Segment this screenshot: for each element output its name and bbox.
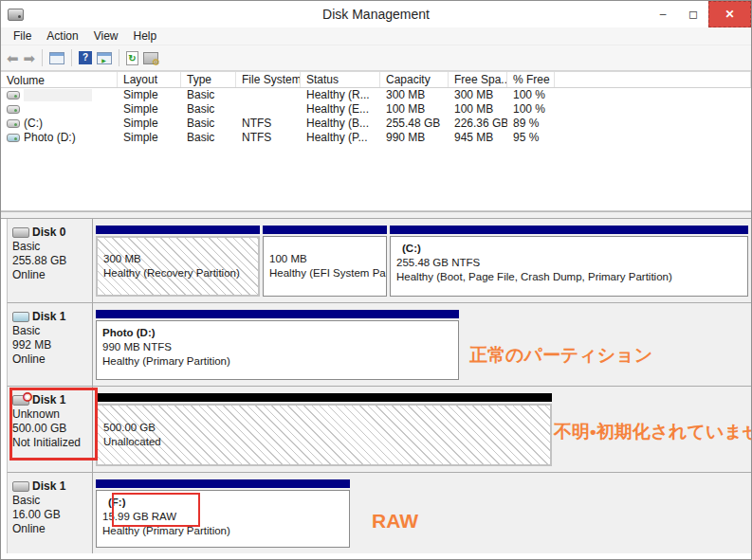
disk-graph-pane: Disk 0 Basic 255.88 GB Online 300 MB Hea… bbox=[1, 219, 751, 554]
partition-recovery[interactable]: 300 MB Healthy (Recovery Partition) bbox=[96, 226, 260, 297]
cell-layout: Simple bbox=[118, 131, 181, 145]
partition-size: 100 MB bbox=[269, 252, 386, 266]
forward-arrow-icon[interactable]: ➡ bbox=[24, 51, 36, 65]
cell-type: Basic bbox=[181, 131, 236, 145]
cell-pct: 89 % bbox=[507, 117, 555, 131]
disk-properties-icon[interactable] bbox=[143, 52, 158, 64]
table-row[interactable]: Photo (D:) Simple Basic NTFS Healthy (P.… bbox=[1, 131, 751, 145]
unallocated-color-bar bbox=[96, 393, 552, 402]
disk-name: Disk 0 bbox=[32, 226, 65, 240]
partition-size: 990 MB NTFS bbox=[102, 340, 458, 354]
title-bar: Disk Management – ◻ ✕ bbox=[1, 1, 751, 27]
console-view-icon[interactable] bbox=[97, 52, 112, 64]
partition-name: Photo (D:) bbox=[102, 326, 458, 340]
toolbar: ⬅ ➡ ? bbox=[1, 45, 751, 71]
disk-group-2: ◉Disk 1 Unknown 500.00 GB Not Initialize… bbox=[7, 387, 751, 473]
cell-pct: 100 % bbox=[507, 88, 555, 102]
disk-icon bbox=[12, 312, 29, 322]
volume-list: Volume Layout Type File System Status Ca… bbox=[1, 71, 751, 211]
table-row[interactable]: Simple Basic Healthy (R... 300 MB 300 MB… bbox=[1, 88, 751, 102]
cell-type: Basic bbox=[181, 117, 236, 131]
cell-volume: Photo (D:) bbox=[24, 131, 76, 145]
disk-icon bbox=[12, 481, 29, 492]
volume-name-placeholder bbox=[24, 89, 92, 101]
partition-status: Unallocated bbox=[103, 435, 550, 449]
menu-action[interactable]: Action bbox=[39, 29, 85, 43]
drive-icon bbox=[7, 105, 20, 114]
col-capacity[interactable]: Capacity bbox=[380, 72, 449, 87]
back-arrow-icon[interactable]: ⬅ bbox=[7, 51, 19, 65]
partition-size: 255.48 GB NTFS bbox=[396, 256, 747, 270]
partition-size: 15.99 GB RAW bbox=[102, 510, 349, 524]
disk-state: Online bbox=[12, 268, 88, 282]
partition-efi[interactable]: 100 MB Healthy (EFI System Partition) bbox=[263, 226, 387, 297]
pane-splitter[interactable] bbox=[1, 211, 751, 219]
toolbar-separator bbox=[71, 49, 72, 66]
partition-unallocated[interactable]: 500.00 GB Unallocated bbox=[96, 393, 552, 466]
cell-free: 300 MB bbox=[449, 88, 507, 102]
table-row[interactable]: (C:) Simple Basic NTFS Healthy (B... 255… bbox=[1, 117, 751, 131]
disk-state: Not Initialized bbox=[12, 436, 88, 450]
partition-c[interactable]: (C:) 255.48 GB NTFS Healthy (Boot, Page … bbox=[390, 226, 748, 297]
cell-type: Basic bbox=[181, 102, 236, 117]
disk-group-0: Disk 0 Basic 255.88 GB Online 300 MB Hea… bbox=[7, 219, 751, 303]
disk-size: 255.88 GB bbox=[12, 254, 88, 268]
partition-name: (F:) bbox=[102, 496, 349, 510]
menu-view[interactable]: View bbox=[86, 29, 126, 43]
cell-fs: NTFS bbox=[236, 117, 301, 131]
disk-label[interactable]: Disk 0 Basic 255.88 GB Online bbox=[8, 219, 93, 302]
col-file-system[interactable]: File System bbox=[236, 72, 301, 87]
col-layout[interactable]: Layout bbox=[118, 72, 181, 87]
menu-help[interactable]: Help bbox=[126, 29, 165, 43]
col-type[interactable]: Type bbox=[181, 72, 236, 87]
refresh-icon[interactable] bbox=[126, 51, 138, 65]
col-filler bbox=[555, 72, 751, 87]
partition-size: 300 MB bbox=[103, 252, 258, 266]
partition-status: Healthy (Primary Partition) bbox=[102, 354, 458, 369]
cell-layout: Simple bbox=[118, 88, 181, 102]
disk-label[interactable]: ◉Disk 1 Unknown 500.00 GB Not Initialize… bbox=[8, 387, 93, 472]
menu-file[interactable]: File bbox=[6, 29, 39, 43]
disk-size: 992 MB bbox=[12, 338, 88, 352]
col-volume[interactable]: Volume bbox=[1, 72, 118, 87]
console-window-icon[interactable] bbox=[49, 52, 64, 64]
cell-capacity: 100 MB bbox=[380, 102, 449, 117]
partition-status: Healthy (Boot, Page File, Crash Dump, Pr… bbox=[396, 270, 747, 284]
col-percent-free[interactable]: % Free bbox=[507, 72, 555, 87]
error-badge-icon: ◉ bbox=[23, 392, 32, 402]
partition-f[interactable]: (F:) 15.99 GB RAW Healthy (Primary Parti… bbox=[96, 479, 350, 548]
partition-status: Healthy (EFI System Partition) bbox=[269, 266, 386, 280]
volume-table-header: Volume Layout Type File System Status Ca… bbox=[1, 71, 751, 88]
cell-status: Healthy (E... bbox=[301, 102, 380, 117]
disk-type: Basic bbox=[12, 494, 88, 508]
disk-icon bbox=[12, 227, 29, 238]
disk-label[interactable]: Disk 1 Basic 992 MB Online bbox=[8, 303, 93, 386]
disk-label[interactable]: Disk 1 Basic 16.00 GB Online bbox=[8, 473, 93, 553]
partition-photo-d[interactable]: Photo (D:) 990 MB NTFS Healthy (Primary … bbox=[96, 310, 459, 380]
window-title: Disk Management bbox=[1, 7, 751, 22]
menu-bar: File Action View Help bbox=[1, 27, 751, 45]
minimize-button[interactable]: – bbox=[648, 1, 678, 27]
disk-name: Disk 1 bbox=[32, 393, 65, 407]
col-status[interactable]: Status bbox=[301, 72, 380, 87]
partition-color-bar bbox=[96, 479, 350, 488]
disk-state: Online bbox=[12, 522, 88, 536]
disk-size: 16.00 GB bbox=[12, 508, 88, 522]
table-row[interactable]: Simple Basic Healthy (E... 100 MB 100 MB… bbox=[1, 102, 751, 117]
cell-fs: NTFS bbox=[236, 131, 301, 145]
disk-management-window: Disk Management – ◻ ✕ File Action View H… bbox=[0, 0, 752, 560]
partition-status: Healthy (Recovery Partition) bbox=[103, 266, 258, 280]
partition-color-bar bbox=[96, 226, 260, 234]
help-icon[interactable]: ? bbox=[79, 51, 92, 64]
drive-icon bbox=[7, 91, 20, 99]
disk-type: Unknown bbox=[12, 407, 88, 422]
partition-name: (C:) bbox=[396, 242, 747, 256]
disk-name: Disk 1 bbox=[32, 310, 65, 324]
cell-free: 100 MB bbox=[449, 102, 507, 117]
close-button[interactable]: ✕ bbox=[708, 1, 751, 27]
disk-group-1: Disk 1 Basic 992 MB Online Photo (D:) 99… bbox=[7, 303, 751, 387]
col-free-space[interactable]: Free Spa... bbox=[449, 72, 507, 87]
partition-color-bar bbox=[263, 226, 387, 234]
toolbar-separator bbox=[119, 49, 119, 66]
maximize-button[interactable]: ◻ bbox=[678, 1, 708, 27]
